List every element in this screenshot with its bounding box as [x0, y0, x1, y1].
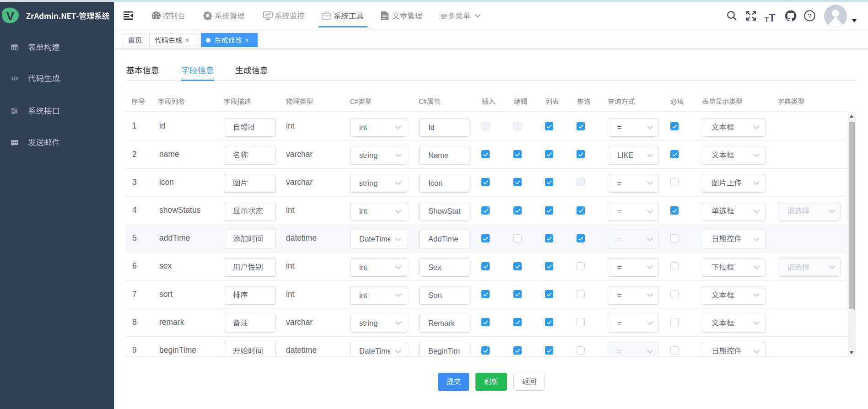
svg-text:V: V [6, 9, 15, 23]
svg-text:?: ? [808, 12, 811, 20]
